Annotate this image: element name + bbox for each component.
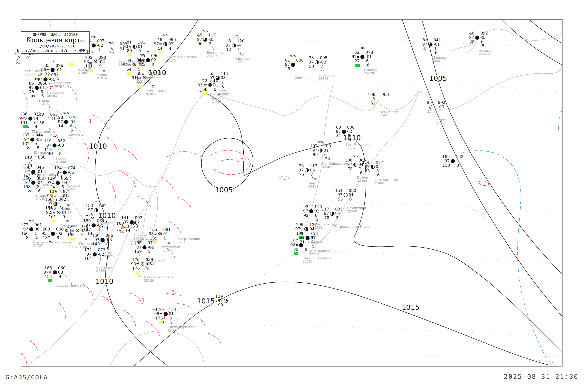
station-weather: // <box>111 46 114 50</box>
station-dewpoint: 64 <box>126 67 132 71</box>
station-symbol-icon: ≡ <box>217 92 220 96</box>
station-tendency: -02 <box>98 252 104 256</box>
precip-flag <box>158 321 163 324</box>
station-pressure: 097 <box>138 58 145 62</box>
cloud-cover-icon: ● <box>146 58 150 62</box>
station-tendency: -02 <box>97 43 103 47</box>
station-tendency: -01 <box>69 120 76 124</box>
cloud-cover-icon: ● <box>360 54 365 58</box>
map-datetime: 31/08/2025 21 UTC <box>35 44 76 48</box>
station-temperature: 114 <box>362 160 370 164</box>
station-weather: 97 <box>58 120 63 124</box>
cloud-cover-icon: ◑ <box>232 43 236 47</box>
station-name-id: Петропавловск-Камч.32583 <box>334 225 370 232</box>
station-extra-value: 5 <box>36 236 38 240</box>
station-pressure: 116 <box>314 205 322 209</box>
station-cloud-amount: 8 <box>315 214 318 217</box>
station-pressure: 086 <box>130 221 138 225</box>
station-weather: 93≡ <box>84 60 92 64</box>
station-name-id: Нерюнгри30393 <box>54 81 71 88</box>
station-cloud-amount: 1 <box>434 47 437 50</box>
station-cloud-amount: 9 <box>62 215 65 219</box>
station-extra-value: 6 <box>321 68 324 72</box>
station-dewpoint: 83 <box>365 169 370 173</box>
station-dewpoint: 68 <box>202 88 207 91</box>
station-name-id: Оймякон24688 <box>236 57 250 64</box>
station-cloud-amount: 9 <box>99 64 102 68</box>
cloud-cover-icon: ◑ <box>53 202 58 206</box>
station-weather: 97 <box>364 165 370 168</box>
precip-flag <box>136 271 140 274</box>
station-weather: // <box>121 226 124 230</box>
station-tendency: -09 <box>58 143 64 147</box>
station-weather: 97 <box>338 193 342 197</box>
cloud-cover-icon: ● <box>309 209 314 213</box>
station-temperature: 61 <box>285 58 290 62</box>
station-temperature: 48 <box>158 38 162 42</box>
station-dewpoint: 176 <box>132 266 140 270</box>
cloud-cover-icon: ⊗ <box>57 210 61 214</box>
precip-flag <box>52 220 56 222</box>
station-extra-value: 5 <box>41 94 44 98</box>
station-pressure: 046 <box>36 166 44 169</box>
render-timestamp: 2025-08-31-21:30 <box>504 373 578 380</box>
station-wind-icon: ∿∿ <box>352 154 358 158</box>
station-weather: 96= <box>154 312 162 316</box>
station-pressure: 063 <box>62 206 70 210</box>
station-weather: 97 <box>29 86 34 90</box>
station-pressure: 071 <box>63 190 70 194</box>
station-pressure: 103 <box>324 144 331 148</box>
precip-flag <box>138 85 142 88</box>
station-temperature: 106 <box>345 158 352 162</box>
station-weather: // <box>429 105 432 109</box>
station-name-id: Усть-Юдома31054 <box>146 90 166 96</box>
station-dewpoint: 75 <box>299 172 304 176</box>
station-temperature: 52 <box>354 50 360 54</box>
station-cloud-amount: 6 <box>366 59 369 63</box>
cloud-cover-icon: ◔ <box>224 298 228 302</box>
station-pressure: 061 <box>34 223 42 227</box>
station-dewpoint: 135 <box>150 236 158 240</box>
station-tendency: 06 <box>34 227 40 231</box>
station-cloud-amount: 2 <box>209 42 212 46</box>
station-temperature: 136 <box>50 190 57 194</box>
station-dewpoint: 81 <box>336 134 341 138</box>
station-temperature: 117 <box>322 207 329 211</box>
precip-flag <box>203 92 207 95</box>
isallobar-label: -1 <box>169 289 175 296</box>
station-pressure: 098 <box>296 58 304 62</box>
station-cloud-amount: 0 <box>138 49 141 53</box>
station-weather: 97 <box>197 38 202 41</box>
station-temperature: 172 <box>21 223 28 227</box>
isobar-label: 1015 <box>197 297 215 305</box>
station-cloud-amount: 6 <box>70 124 72 128</box>
station-dewpoint: 147 <box>84 228 91 232</box>
precip-flag <box>88 69 93 72</box>
station-weather: 97 <box>422 42 427 46</box>
station-temperature: 35 <box>45 64 50 68</box>
station-temperature: 43 <box>38 73 42 77</box>
station-name-id: Мыс Лопатка32213 <box>309 249 332 256</box>
station-wind-icon: ⋘ <box>34 77 40 81</box>
cloud-cover-icon: ◑ <box>163 42 168 46</box>
station-name-id: Сеймчан <box>294 76 310 80</box>
station-weather: 97 <box>445 159 450 163</box>
station-temperature: 141 <box>121 216 129 220</box>
isobar-label: 1010 <box>89 142 107 150</box>
station-symbol-icon: ⋈ <box>49 152 53 156</box>
station-extra-value: 5 <box>57 76 60 80</box>
station-tendency: 04 <box>310 227 314 231</box>
station-tendency: 02 <box>168 42 173 46</box>
station-cloud-amount: 6 <box>34 121 37 125</box>
station-temperature: 107 <box>310 144 318 148</box>
station-pressure: 095 <box>335 207 342 211</box>
station-tendency: — <box>237 43 241 47</box>
station-extra-value: 6 <box>136 228 139 232</box>
station-name-id: Чемурнаут25941 <box>380 110 398 117</box>
station-weather: 97 <box>285 62 290 66</box>
cloud-cover-icon: ◕ <box>203 37 208 41</box>
station-temperature: 79 <box>109 42 114 46</box>
station-name-id: Южно-Сахалинск32150 <box>144 276 174 282</box>
precip-flag <box>70 238 75 240</box>
station-cloud-amount: 0 <box>152 62 154 66</box>
